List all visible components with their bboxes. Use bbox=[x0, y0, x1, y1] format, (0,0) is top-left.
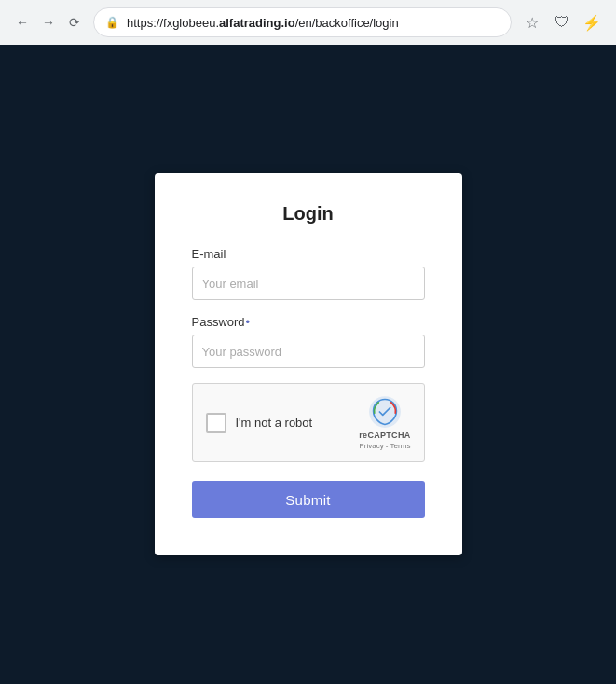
recaptcha-brand-label: reCAPTCHA bbox=[359, 431, 410, 440]
shield-button[interactable]: 🛡 bbox=[549, 9, 575, 35]
back-button[interactable]: ← bbox=[11, 11, 34, 34]
recaptcha-label: I'm not a robot bbox=[236, 416, 313, 430]
bookmark-button[interactable]: ☆ bbox=[519, 9, 545, 35]
login-title: Login bbox=[192, 203, 425, 225]
nav-buttons: ← → ⟳ bbox=[11, 11, 86, 34]
url-text: https://fxglobeeu.alfatrading.io/en/back… bbox=[127, 16, 500, 30]
password-label: Password• bbox=[192, 315, 425, 329]
recaptcha-left: I'm not a robot bbox=[206, 413, 313, 433]
email-input[interactable] bbox=[192, 267, 425, 300]
recaptcha-right: reCAPTCHA Privacy - Terms bbox=[359, 395, 410, 450]
page-content: Login E-mail Password• I'm not a robot bbox=[0, 45, 616, 684]
extension-button[interactable]: ⚡ bbox=[579, 9, 605, 35]
recaptcha-links: Privacy - Terms bbox=[359, 442, 410, 450]
recaptcha-widget[interactable]: I'm not a robot reCAPTCHA Privacy - Term… bbox=[192, 383, 425, 462]
lock-icon: 🔒 bbox=[105, 16, 119, 29]
browser-chrome: ← → ⟳ 🔒 https://fxglobeeu.alfatrading.io… bbox=[0, 0, 616, 45]
recaptcha-logo-icon bbox=[368, 395, 402, 429]
recaptcha-checkbox[interactable] bbox=[206, 413, 226, 433]
email-label: E-mail bbox=[192, 247, 425, 261]
submit-button[interactable]: Submit bbox=[192, 481, 425, 518]
browser-actions: ☆ 🛡 ⚡ bbox=[519, 9, 605, 35]
login-card: Login E-mail Password• I'm not a robot bbox=[155, 173, 462, 555]
password-form-group: Password• bbox=[192, 315, 425, 368]
required-indicator: • bbox=[246, 315, 251, 329]
reload-button[interactable]: ⟳ bbox=[63, 11, 86, 34]
address-bar[interactable]: 🔒 https://fxglobeeu.alfatrading.io/en/ba… bbox=[93, 7, 512, 37]
forward-button[interactable]: → bbox=[37, 11, 60, 34]
email-form-group: E-mail bbox=[192, 247, 425, 300]
password-input[interactable] bbox=[192, 335, 425, 368]
